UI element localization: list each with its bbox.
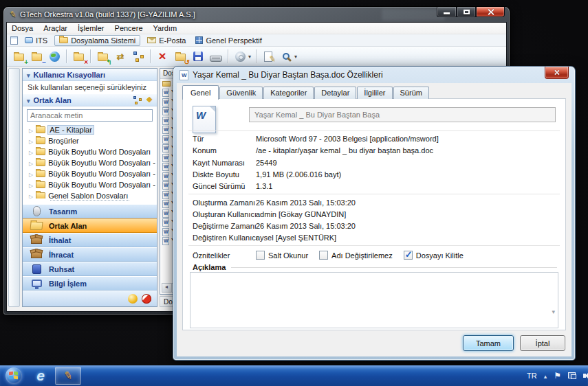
common-area-header[interactable]: Ortak Alan (23, 94, 157, 106)
expander-icon[interactable] (29, 148, 33, 156)
gtech-orkestra-taskbar-button[interactable]: ✎ (55, 367, 81, 385)
menu-araclar[interactable]: Araçlar (43, 24, 67, 32)
menu-islemler[interactable]: İşlemler (78, 24, 105, 32)
tree-item[interactable]: Genel Şablon Dosyaları (23, 190, 157, 198)
tab-its[interactable]: ITS (22, 36, 50, 45)
dialog-client: Genel Güvenlik Kategoriler Detaylar İlgi… (177, 83, 571, 356)
ok-button[interactable]: Tamam (463, 335, 514, 351)
description-textarea[interactable] (190, 272, 558, 328)
expander-icon[interactable] (29, 192, 33, 198)
main-titlebar[interactable]: ✎ GTech Orkestra v1.0a (build 1337) [G-Y… (3, 7, 510, 22)
word-doc-icon (162, 117, 169, 125)
internet-explorer-button[interactable] (30, 367, 51, 385)
shortcuts-header[interactable]: Kullanıcı Kısayolları (23, 69, 157, 81)
expander-icon[interactable] (29, 137, 33, 145)
checkbox-dosyayi-kilitle[interactable]: Dosyayı Kilitle (404, 251, 464, 260)
field-value: 26 Kasım 2013 Salı, 15:03:20 (256, 198, 356, 207)
menu-dosya[interactable]: Dosya (12, 24, 33, 32)
tab-guvenlik[interactable]: Güvenlik (219, 87, 263, 99)
field-value: aysel [Aysel ŞENTÜRK] (256, 234, 336, 242)
menu-yardim[interactable]: Yardım (153, 24, 177, 32)
expander-icon[interactable] (29, 170, 33, 178)
scroll-left-arrow[interactable] (162, 284, 172, 292)
checkbox-salt-okunur[interactable]: Salt Okunur (256, 251, 308, 260)
dialog-close-button[interactable] (545, 67, 569, 79)
toolbar: + − × ↰ × ↺ ▾ ▾ (7, 47, 506, 67)
tab-detaylar[interactable]: Detaylar (314, 87, 356, 99)
new-folder-button[interactable]: + (10, 48, 27, 65)
restore-folder-button[interactable]: ↺ (172, 48, 188, 65)
expander-icon[interactable] (29, 181, 33, 189)
tab-genel[interactable]: Genel (182, 85, 219, 100)
action-center-flag-icon[interactable] (554, 371, 561, 381)
tree-item[interactable]: AE - Kitaplar (23, 124, 157, 135)
maximize-button[interactable] (457, 7, 476, 17)
disc-button[interactable] (232, 48, 248, 65)
tab-surum[interactable]: Sürüm (393, 87, 429, 99)
disc-dropdown-caret[interactable]: ▾ (248, 54, 251, 60)
tree-item[interactable]: Büyük Boyutlu Word Dosyaları - 2 (23, 157, 157, 168)
search-input[interactable] (27, 109, 153, 122)
collapsed-panel-strip[interactable] (8, 68, 20, 307)
refresh-icon[interactable] (146, 95, 153, 104)
tab-ilgililer[interactable]: İlgililer (357, 87, 392, 99)
field-value: admin [Gökay GÜNAYDIN] (256, 210, 346, 218)
word-doc-icon (162, 228, 169, 236)
search-button[interactable] (278, 48, 294, 65)
file-name-input[interactable] (249, 107, 556, 122)
tab-dosyalama-sistemi[interactable]: Dosyalama Sistemi (54, 35, 140, 46)
nav-item-bilgi-islem[interactable]: Bilgi İşlem (23, 276, 157, 291)
tree-view-icon[interactable] (133, 96, 142, 104)
delete-icon: × (158, 50, 166, 63)
globe-button[interactable] (46, 48, 63, 65)
edit-document-button[interactable] (260, 48, 276, 65)
delete-button[interactable]: × (154, 48, 171, 65)
menu-pencere[interactable]: Pencere (115, 24, 143, 32)
form-icon[interactable] (10, 36, 18, 45)
start-button[interactable] (6, 367, 22, 384)
language-indicator[interactable]: TR (527, 372, 537, 380)
edit-folder-button[interactable]: − (28, 48, 45, 65)
pie-icon[interactable] (142, 294, 151, 304)
move-items-button[interactable] (112, 48, 129, 65)
nav-item-ihracat[interactable]: İhracat (23, 247, 157, 262)
tree-item[interactable]: Büyük Boyutlu Word Dosyaları - 3 (23, 168, 157, 179)
show-hidden-icons-arrow[interactable] (544, 372, 547, 380)
save-button[interactable] (190, 48, 206, 65)
cancel-button[interactable]: İptal (520, 335, 565, 351)
glass-reflection (382, 9, 445, 21)
search-dropdown-caret[interactable]: ▾ (294, 54, 297, 60)
network-icon[interactable] (568, 372, 576, 379)
nav-item-ithalat[interactable]: İthalat (23, 233, 157, 247)
tree-structure-button[interactable] (130, 48, 146, 65)
desktop: ✎ GTech Orkestra v1.0a (build 1337) [G-Y… (0, 0, 588, 386)
remove-folder-button[interactable]: × (70, 48, 87, 65)
import-folder-button[interactable]: ↰ (94, 48, 111, 65)
word-doc-icon (162, 144, 169, 152)
checkbox-icon[interactable] (256, 251, 265, 260)
speaker-icon[interactable] (583, 372, 588, 380)
scan-button[interactable] (208, 48, 224, 65)
nav-item-ortak-alan[interactable]: Ortak Alan (23, 218, 157, 233)
dialog-footer: Tamam İptal (177, 332, 571, 356)
tab-genel-perspektif[interactable]: Genel Perspektif (193, 36, 264, 45)
tree-item[interactable]: Büyük Boyutlu Word Dosyaları (23, 146, 157, 157)
minimize-button[interactable] (437, 7, 457, 17)
coin-icon[interactable] (128, 294, 138, 304)
close-button[interactable] (476, 7, 505, 17)
field-value: Microsoft Word 97 - 2003 Belgesi [applic… (256, 135, 439, 143)
word-doc-icon (162, 154, 169, 162)
nav-item-tasarim[interactable]: Tasarım (23, 204, 157, 218)
nav-item-ruhsat[interactable]: Ruhsat (23, 262, 157, 276)
checkbox-checked-icon[interactable] (404, 251, 413, 260)
checkbox-icon[interactable] (319, 251, 328, 260)
tree-item[interactable]: Büyük Boyutlu Word Dosyaları - 4 (23, 179, 157, 190)
tree-item[interactable]: Broşürler (23, 135, 157, 146)
dialog-titlebar[interactable]: Yaşar Kemal _ Bu Diyar Baştan Başa.doc Ö… (173, 67, 575, 83)
tab-kategoriler[interactable]: Kategoriler (263, 87, 314, 99)
word-doc-icon (162, 126, 169, 134)
expander-icon[interactable] (29, 159, 33, 167)
tab-e-posta[interactable]: E-Posta (144, 36, 188, 45)
expander-icon[interactable] (29, 126, 33, 134)
checkbox-adi-degistirilemez[interactable]: Adı Değiştirilemez (319, 251, 393, 260)
